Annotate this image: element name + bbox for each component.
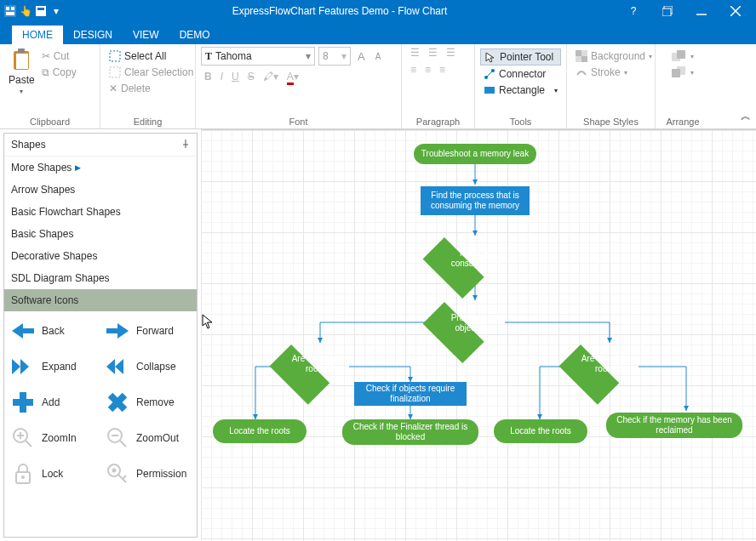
shape-zoomin[interactable]: ZoomIn [8, 422, 99, 454]
bold-button[interactable]: B [204, 71, 212, 83]
group-label-font: Font [201, 115, 396, 128]
node-find-process[interactable]: Find the process that is consuming the m… [421, 186, 530, 215]
font-size-select[interactable]: 8▾ [318, 47, 351, 65]
cat-arrow-shapes[interactable]: Arrow Shapes [4, 179, 197, 201]
help-icon[interactable]: ? [616, 0, 650, 22]
font-family-select[interactable]: TTahoma▾ [201, 47, 315, 65]
tab-demo[interactable]: DEMO [169, 26, 220, 44]
svg-rect-5 [37, 8, 44, 10]
svg-line-36 [120, 441, 126, 447]
node-start[interactable]: Troubleshoot a memory leak [414, 144, 536, 164]
italic-button[interactable]: I [220, 71, 223, 83]
copy-button[interactable]: ⧉Copy [38, 65, 80, 80]
cut-button[interactable]: ✂Cut [38, 48, 80, 64]
svg-rect-28 [13, 399, 33, 406]
svg-rect-26 [672, 69, 680, 77]
group-label-tools: Tools [480, 115, 561, 128]
send-back-button[interactable]: ▾ [668, 65, 697, 80]
font-color-button[interactable]: A▾ [287, 71, 299, 83]
delete-x-icon: ✕ [109, 83, 117, 94]
stroke-button[interactable]: Stroke▾ [572, 65, 656, 80]
underline-button[interactable]: U [232, 71, 239, 83]
node-locate-roots-1[interactable]: Locate the roots [213, 419, 306, 443]
svg-rect-1 [6, 7, 9, 10]
chevron-down-icon: ▾ [624, 69, 627, 77]
align-center-button[interactable]: ≡ [425, 64, 431, 76]
qa-dropdown-icon[interactable]: ▾ [49, 4, 63, 18]
cat-decorative[interactable]: Decorative Shapes [4, 245, 197, 267]
connector-tool-button[interactable]: Connector [480, 66, 561, 82]
arrow-right-icon: ▶ [75, 163, 81, 172]
grow-font-button[interactable]: A [354, 48, 369, 65]
shape-permission[interactable]: Permission [102, 458, 193, 490]
background-button[interactable]: Background▾ [572, 48, 656, 64]
app-icon [3, 4, 17, 18]
node-locate-roots-2[interactable]: Locate the roots [494, 419, 587, 443]
svg-rect-15 [110, 67, 120, 77]
align-top-button[interactable]: ☰ [410, 47, 420, 59]
align-middle-button[interactable]: ☰ [428, 47, 438, 59]
svg-line-18 [487, 71, 492, 77]
align-right-button[interactable]: ≡ [439, 64, 445, 76]
shapes-title: Shapes [11, 139, 46, 151]
shape-remove[interactable]: Remove [102, 386, 193, 419]
svg-line-43 [123, 476, 126, 479]
shape-forward[interactable]: Forward [102, 315, 193, 347]
shrink-font-button[interactable]: A [372, 50, 385, 63]
shapes-panel: Shapes More Shapes▶ Arrow Shapes Basic F… [3, 133, 198, 538]
svg-rect-24 [677, 50, 685, 59]
select-all-button[interactable]: Select All [106, 48, 197, 64]
tab-home[interactable]: HOME [12, 26, 63, 44]
mouse-cursor-icon [202, 314, 214, 329]
delete-button[interactable]: ✕Delete [106, 81, 197, 96]
cat-basic-shapes[interactable]: Basic Shapes [4, 223, 197, 245]
svg-rect-13 [18, 48, 25, 53]
node-check-finalization[interactable]: Check if objects require finalization [354, 382, 467, 406]
group-label-shapestyles: Shape Styles [572, 115, 650, 128]
group-label-paragraph: Paragraph [407, 115, 469, 128]
svg-rect-4 [36, 6, 46, 16]
restore-icon[interactable] [650, 0, 684, 22]
shape-add[interactable]: Add [8, 386, 99, 419]
cat-software-icons[interactable]: Software Icons [4, 289, 197, 311]
copy-icon: ⧉ [42, 66, 49, 78]
qa-hand-icon[interactable]: 👆 [19, 4, 32, 18]
svg-rect-7 [662, 9, 671, 16]
chevron-down-icon: ▾ [20, 88, 23, 95]
tab-view[interactable]: VIEW [123, 26, 169, 44]
more-shapes-item[interactable]: More Shapes▶ [4, 157, 197, 179]
window-title: ExpressFlowChart Features Demo - Flow Ch… [63, 5, 616, 17]
shape-zoomout[interactable]: ZoomOut [102, 422, 193, 454]
shape-back[interactable]: Back [8, 315, 99, 347]
chevron-down-icon: ▾ [306, 50, 311, 62]
cat-basic-flowchart[interactable]: Basic Flowchart Shapes [4, 201, 197, 223]
minimize-icon[interactable] [684, 0, 719, 22]
tab-design[interactable]: DESIGN [63, 26, 123, 44]
qa-save-icon[interactable] [34, 4, 48, 18]
shape-expand[interactable]: Expand [8, 350, 99, 383]
align-bottom-button[interactable]: ☰ [446, 47, 455, 59]
ribbon: Paste ▾ ✂Cut ⧉Copy Clipboard Select All … [0, 44, 756, 129]
node-finalizer-blocked[interactable]: Check if the Finalizer thread is blocked [342, 419, 478, 445]
node-memory-reclaimed[interactable]: Check if the memory has been reclaimed [606, 413, 742, 438]
collapse-ribbon-icon[interactable]: ︽ [741, 109, 751, 123]
group-label-arrange: Arrange [661, 115, 705, 128]
bring-front-button[interactable]: ▾ [668, 48, 697, 64]
pointer-tool-button[interactable]: Pointer Tool [480, 48, 561, 65]
pin-icon[interactable] [181, 139, 190, 151]
cat-sdl[interactable]: SDL Diagram Shapes [4, 267, 197, 289]
close-icon[interactable] [719, 0, 753, 22]
shape-lock[interactable]: Lock [8, 458, 99, 490]
strike-button[interactable]: S [248, 71, 255, 83]
rectangle-tool-button[interactable]: Rectangle▾ [480, 83, 561, 98]
align-left-button[interactable]: ≡ [410, 64, 416, 76]
group-label-clipboard: Clipboard [5, 115, 94, 128]
svg-rect-22 [581, 56, 587, 62]
diagram-canvas[interactable]: Troubleshoot a memory leak Find the proc… [201, 129, 756, 541]
highlight-button[interactable]: 🖍▾ [263, 71, 278, 83]
paste-button[interactable]: Paste ▾ [5, 47, 38, 97]
svg-rect-19 [484, 87, 495, 94]
clear-selection-button[interactable]: Clear Selection [106, 65, 197, 80]
shape-collapse[interactable]: Collapse [102, 350, 193, 383]
chevron-down-icon: ▾ [554, 87, 558, 94]
